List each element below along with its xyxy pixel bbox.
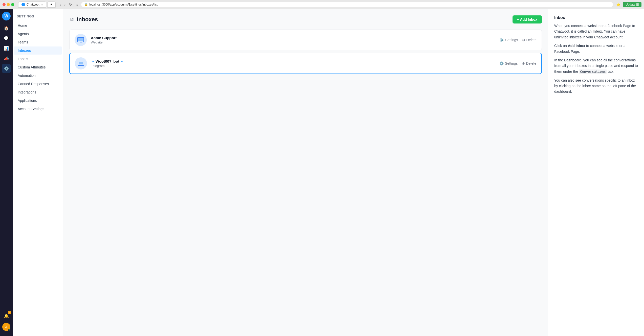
settings-label-acme: Settings	[505, 38, 518, 42]
delete-icon-acme: ⊗	[522, 38, 525, 42]
delete-link-woot[interactable]: ⊗ Delete	[522, 61, 536, 65]
new-tab-button[interactable]: +	[47, 2, 56, 8]
info-text-3: In the Dashboard, you can see all the co…	[554, 57, 638, 75]
delete-label-acme: Delete	[526, 38, 537, 42]
page-title-wrap: 🖥 Inboxes	[69, 16, 98, 23]
delete-link-acme[interactable]: ⊗ Delete	[522, 38, 537, 42]
url-text: localhost:3000/app/accounts/1/settings/i…	[90, 3, 158, 6]
inbox-info-woot: → Woot007_bot ← Telegram	[91, 59, 495, 68]
inbox-type-woot: Telegram	[91, 64, 495, 68]
add-inbox-button[interactable]: + Add Inbox	[513, 15, 542, 23]
logo[interactable]: W	[2, 12, 11, 20]
icon-nav: W 🏠 💬 📊 📣 ⚙️ 🔔 1 J	[0, 9, 13, 336]
svg-rect-2	[80, 42, 82, 42]
settings-sidebar: Settings Home Agents Teams Inboxes Label…	[13, 9, 63, 336]
inbox-name-woot: Woot007_bot	[96, 59, 119, 63]
tab-bar: Chatwoot ✕ +	[18, 2, 56, 8]
notification-badge: 1	[8, 311, 11, 314]
settings-icon-acme: ⚙️	[500, 38, 504, 42]
inbox-page-icon: 🖥	[69, 17, 74, 22]
browser-tab[interactable]: Chatwoot ✕	[18, 2, 46, 8]
chat-nav-icon[interactable]: 💬	[2, 34, 11, 43]
nav-labels[interactable]: Labels	[14, 55, 62, 63]
info-text-1: When you connect a website or a facebook…	[554, 23, 638, 40]
campaigns-nav-icon[interactable]: 📣	[2, 54, 11, 63]
settings-title: Settings	[13, 14, 63, 21]
traffic-lights	[3, 3, 14, 6]
inbox-avatar-woot	[75, 57, 87, 69]
inbox-type-acme: Website	[91, 40, 496, 44]
close-button[interactable]	[3, 3, 6, 6]
info-text-2: Click on Add Inbox to connect a website …	[554, 43, 638, 54]
reload-button[interactable]: ↻	[68, 2, 73, 7]
app-container: W 🏠 💬 📊 📣 ⚙️ 🔔 1 J Settings Home Agents …	[0, 9, 644, 336]
browser-chrome: Chatwoot ✕ + ‹ › ↻ ⌂ 🔒 localhost:3000/ap…	[0, 0, 644, 9]
nav-account-settings[interactable]: Account Settings	[14, 105, 62, 113]
nav-inboxes[interactable]: Inboxes	[14, 46, 62, 55]
settings-nav-icon[interactable]: ⚙️	[2, 64, 11, 73]
nav-agents[interactable]: Agents	[14, 30, 62, 38]
svg-rect-5	[80, 65, 82, 66]
info-panel-title: Inbox	[554, 15, 638, 20]
right-arrow-icon: ←	[120, 59, 124, 63]
inbox-name-woot-wrap: → Woot007_bot ←	[91, 59, 495, 63]
inbox-actions-woot: ⚙️ Settings ⊗ Delete	[499, 61, 536, 65]
info-text-4: You can also see conversations specific …	[554, 78, 638, 94]
online-dot	[8, 329, 10, 331]
settings-icon-woot: ⚙️	[499, 61, 504, 65]
inbox-item-acme: Acme Support Website ⚙️ Settings ⊗ Delet…	[69, 30, 542, 50]
notification-icon[interactable]: 🔔 1	[2, 311, 11, 320]
page-header: 🖥 Inboxes + Add Inbox	[69, 15, 542, 23]
home-button[interactable]: ⌂	[75, 2, 79, 7]
tab-close-icon[interactable]: ✕	[41, 3, 43, 6]
nav-applications[interactable]: Applications	[14, 97, 62, 105]
settings-link-acme[interactable]: ⚙️ Settings	[500, 38, 518, 42]
browser-actions: ⭐ Update ☰	[615, 2, 641, 7]
left-arrow-icon: →	[91, 59, 95, 63]
nav-integrations[interactable]: Integrations	[14, 88, 62, 96]
delete-label-woot: Delete	[526, 61, 536, 65]
minimize-button[interactable]	[7, 3, 10, 6]
settings-link-woot[interactable]: ⚙️ Settings	[499, 61, 518, 65]
nav-teams[interactable]: Teams	[14, 38, 62, 46]
maximize-button[interactable]	[11, 3, 14, 6]
delete-icon-woot: ⊗	[522, 61, 525, 65]
tab-title: Chatwoot	[27, 3, 39, 6]
settings-label-woot: Settings	[505, 61, 518, 65]
inbox-actions-acme: ⚙️ Settings ⊗ Delete	[500, 38, 537, 42]
main-content: 🖥 Inboxes + Add Inbox	[63, 9, 644, 336]
nav-custom-attributes[interactable]: Custom Attributes	[14, 63, 62, 71]
content-area: 🖥 Inboxes + Add Inbox	[63, 9, 548, 336]
nav-home[interactable]: Home	[14, 21, 62, 30]
home-nav-icon[interactable]: 🏠	[2, 23, 11, 33]
avatar[interactable]: J	[2, 323, 10, 331]
extensions-button[interactable]: ⭐	[615, 2, 621, 7]
inbox-list: Acme Support Website ⚙️ Settings ⊗ Delet…	[69, 30, 542, 74]
inbox-info-acme: Acme Support Website	[91, 36, 496, 44]
nav-canned-responses[interactable]: Canned Responses	[14, 80, 62, 88]
forward-button[interactable]: ›	[63, 2, 66, 7]
page-title: Inboxes	[77, 16, 98, 23]
svg-rect-1	[78, 38, 83, 41]
inbox-item-woot: → Woot007_bot ← Telegram ⚙️ Settings ⊗	[69, 53, 542, 74]
inbox-avatar-acme	[75, 34, 87, 46]
nav-automation[interactable]: Automation	[14, 71, 62, 80]
favicon	[21, 3, 25, 6]
reports-nav-icon[interactable]: 📊	[2, 44, 11, 53]
inbox-name-acme: Acme Support	[91, 36, 496, 40]
svg-rect-4	[79, 62, 83, 64]
address-bar[interactable]: 🔒 localhost:3000/app/accounts/1/settings…	[81, 2, 613, 7]
back-button[interactable]: ‹	[59, 2, 62, 7]
info-panel: Inbox When you connect a website or a fa…	[548, 9, 644, 336]
update-button[interactable]: Update ☰	[623, 2, 641, 7]
lock-icon: 🔒	[84, 3, 88, 6]
